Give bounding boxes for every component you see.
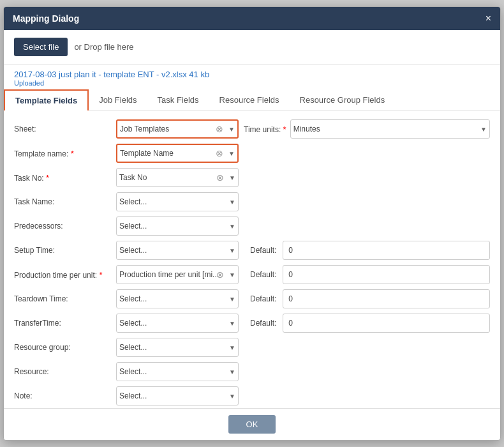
time-units-select[interactable]: Minutes Hours Days [293, 125, 487, 133]
setup-time-select-wrapper: Select... ▼ [116, 241, 239, 260]
setup-time-label: Setup Time: [14, 246, 116, 255]
resource-group-row: Resource group: Select... ▼ [14, 335, 490, 360]
template-name-select-wrapper: Template Name ⊗ ▼ [116, 144, 239, 163]
task-name-label: Task Name: [14, 197, 116, 206]
task-no-label: Task No: * [14, 173, 116, 183]
transfer-time-default-input[interactable] [283, 314, 490, 333]
task-no-row: Task No: * Task No ⊗ ▼ [14, 165, 490, 190]
production-time-default-cell [283, 265, 490, 284]
predecessors-input-cell: Select... ▼ [116, 216, 244, 236]
note-input-cell: Select... ▼ [116, 386, 244, 405]
production-time-select-wrapper: Production time per unit [mi... ⊗ ▼ [116, 265, 239, 284]
sheet-select-wrapper: Job Templates ⊗ ▼ [116, 119, 239, 139]
resource-label: Resource: [14, 367, 116, 376]
task-name-select[interactable]: Select... [119, 197, 235, 206]
select-file-button[interactable]: Select file [14, 38, 68, 56]
resource-select[interactable]: Select... [119, 367, 235, 376]
production-time-row: Production time per unit: * Production t… [14, 262, 490, 287]
production-time-input-cell: Production time per unit [mi... ⊗ ▼ [116, 265, 244, 284]
tab-resource-group-fields[interactable]: Resource Group Fields [290, 89, 396, 110]
file-info: 2017-08-03 just plan it - template ENT -… [4, 64, 500, 89]
transfer-time-row: TransferTime: Select... ▼ Default: [14, 311, 490, 335]
setup-time-row: Setup Time: Select... ▼ Default: [14, 238, 490, 262]
note-label: Note: [14, 391, 116, 400]
production-time-label: Production time per unit: * [14, 270, 116, 280]
sheet-row: Sheet: Job Templates ⊗ ▼ Time units: * [14, 117, 490, 141]
template-name-clear-button[interactable]: ⊗ [216, 149, 223, 158]
setup-time-select[interactable]: Select... [119, 246, 235, 255]
task-name-row: Task Name: Select... ▼ [14, 190, 490, 214]
close-button[interactable]: × [485, 13, 491, 24]
resource-row: Resource: Select... ▼ [14, 360, 490, 384]
teardown-time-select-wrapper: Select... ▼ [116, 289, 239, 308]
note-select[interactable]: Select... [119, 391, 235, 400]
top-bar: Select file or Drop file here [4, 30, 500, 64]
resource-input-cell: Select... ▼ [116, 362, 244, 381]
resource-group-label: Resource group: [14, 343, 116, 352]
setup-time-input-cell: Select... ▼ [116, 241, 244, 260]
tab-template-fields[interactable]: Template Fields [4, 89, 89, 110]
tab-resource-fields[interactable]: Resource Fields [209, 89, 290, 110]
predecessors-label: Predecessors: [14, 222, 116, 231]
predecessors-select[interactable]: Select... [119, 222, 235, 231]
file-name: 2017-08-03 just plan it - template ENT -… [14, 70, 490, 79]
template-name-row: Template name: * Template Name ⊗ ▼ [14, 141, 490, 165]
resource-group-select[interactable]: Select... [119, 343, 235, 352]
template-name-input-cell: Template Name ⊗ ▼ [116, 144, 244, 163]
production-time-default-label: Default: [244, 270, 283, 279]
dialog-header: Mapping Dialog × [4, 7, 500, 30]
resource-group-select-wrapper: Select... ▼ [116, 338, 239, 357]
mapping-dialog: Mapping Dialog × Select file or Drop fil… [3, 6, 501, 441]
transfer-time-label: TransferTime: [14, 319, 116, 328]
task-no-select-wrapper: Task No ⊗ ▼ [116, 168, 239, 187]
setup-time-default-input[interactable] [283, 241, 490, 260]
time-units-input-cell: Minutes Hours Days ▼ [290, 119, 490, 139]
transfer-time-input-cell: Select... ▼ [116, 314, 244, 333]
dialog-title: Mapping Dialog [13, 13, 79, 24]
sheet-label: Sheet: [14, 125, 116, 133]
production-time-default-input[interactable] [283, 265, 490, 284]
teardown-time-input-cell: Select... ▼ [116, 289, 244, 308]
teardown-time-label: Teardown Time: [14, 294, 116, 303]
setup-time-default-cell [283, 241, 490, 260]
content-area: Sheet: Job Templates ⊗ ▼ Time units: * [4, 110, 500, 408]
setup-time-default-label: Default: [244, 246, 283, 255]
uploaded-label: Uploaded [14, 79, 490, 87]
production-time-clear-button[interactable]: ⊗ [216, 270, 224, 279]
task-no-input-cell: Task No ⊗ ▼ [116, 168, 244, 187]
task-name-select-wrapper: Select... ▼ [116, 192, 239, 211]
dialog-footer: OK [4, 408, 500, 440]
note-row: Note: Select... ▼ [14, 384, 490, 408]
tab-task-fields[interactable]: Task Fields [147, 89, 209, 110]
sheet-clear-button[interactable]: ⊗ [216, 125, 223, 133]
transfer-time-select[interactable]: Select... [119, 319, 235, 328]
task-no-clear-button[interactable]: ⊗ [216, 173, 224, 182]
resource-group-input-cell: Select... ▼ [116, 338, 244, 357]
transfer-time-default-cell [283, 314, 490, 333]
drop-text: or Drop file here [74, 42, 133, 52]
tabs-bar: Template Fields Job Fields Task Fields R… [4, 89, 500, 110]
transfer-time-default-label: Default: [244, 319, 283, 328]
teardown-time-row: Teardown Time: Select... ▼ Default: [14, 287, 490, 311]
teardown-time-default-input[interactable] [283, 289, 490, 308]
ok-button[interactable]: OK [228, 415, 276, 434]
resource-select-wrapper: Select... ▼ [116, 362, 239, 381]
template-name-label: Template name: * [14, 149, 116, 158]
time-units-select-wrapper: Minutes Hours Days ▼ [290, 119, 490, 139]
sheet-input-cell: Job Templates ⊗ ▼ [116, 119, 244, 139]
transfer-time-select-wrapper: Select... ▼ [116, 314, 239, 333]
tab-job-fields[interactable]: Job Fields [89, 89, 147, 110]
note-select-wrapper: Select... ▼ [116, 386, 239, 405]
predecessors-row: Predecessors: Select... ▼ [14, 214, 490, 238]
dialog-body: Select file or Drop file here 2017-08-03… [4, 30, 500, 440]
teardown-time-default-label: Default: [244, 294, 283, 303]
time-units-label: Time units: * [244, 125, 290, 134]
predecessors-select-wrapper: Select... ▼ [116, 216, 239, 236]
teardown-time-default-cell [283, 289, 490, 308]
task-name-input-cell: Select... ▼ [116, 192, 244, 211]
fields-container: Sheet: Job Templates ⊗ ▼ Time units: * [4, 110, 500, 408]
teardown-time-select[interactable]: Select... [119, 294, 235, 303]
